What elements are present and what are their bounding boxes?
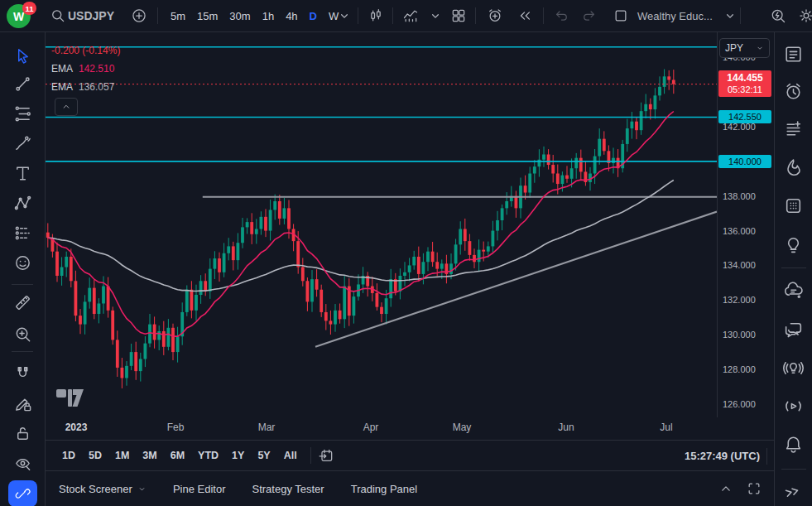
notifications-bell-icon[interactable]	[783, 434, 805, 455]
range-1y[interactable]: 1Y	[225, 446, 251, 465]
chart-area[interactable]: -0.200 (-0.14%) EMA 142.510 EMA 136.057	[46, 32, 717, 417]
minds-cloud-icon[interactable]	[783, 281, 805, 302]
panel-tab-strategy-tester[interactable]: Strategy Tester	[238, 483, 337, 495]
timeframe-5m[interactable]: 5m	[168, 8, 188, 24]
divider	[12, 284, 33, 285]
panel-tab-stock-screener[interactable]: Stock Screener	[46, 483, 160, 495]
symbol-search-icon[interactable]	[50, 0, 66, 31]
ema-slow-value: 136.057	[79, 81, 114, 93]
divider	[766, 448, 767, 465]
range-ytd[interactable]: YTD	[191, 446, 225, 465]
layout-chevron-icon[interactable]	[722, 0, 738, 31]
layout-grid-icon[interactable]	[450, 0, 467, 31]
redo-icon[interactable]	[581, 0, 598, 31]
clock[interactable]: 15:27:49 (UTC)	[685, 441, 760, 471]
currency-dropdown[interactable]: JPY	[719, 38, 770, 58]
timeframe-15m[interactable]: 15m	[195, 8, 220, 24]
panel-fullscreen-icon[interactable]	[746, 480, 762, 497]
link-tool-button[interactable]	[8, 480, 37, 506]
time-tick: Feb	[167, 422, 185, 433]
hide-drawings-tool-icon[interactable]	[13, 454, 33, 474]
emoji-tool-icon[interactable]	[13, 253, 33, 273]
alert-plus-icon[interactable]	[487, 0, 503, 31]
price-tick: 130.000	[723, 330, 756, 340]
watchlist-icon[interactable]	[783, 44, 805, 65]
timeframe-D[interactable]: D	[307, 8, 320, 24]
collapse-arrows-icon[interactable]	[783, 480, 805, 502]
panel-tab-pine-editor[interactable]: Pine Editor	[160, 483, 239, 495]
tradingview-watermark	[56, 389, 84, 407]
divider	[157, 7, 158, 24]
undo-icon[interactable]	[553, 0, 569, 31]
ema-slow-legend[interactable]: EMA 136.057	[51, 78, 120, 96]
add-symbol-icon[interactable]	[131, 0, 147, 31]
range-all[interactable]: All	[277, 446, 304, 465]
replay-icon[interactable]	[517, 0, 533, 31]
divider	[781, 469, 806, 470]
symbol-change: -0.200 (-0.14%)	[51, 45, 120, 56]
panel-tab-trading-panel[interactable]: Trading Panel	[338, 483, 430, 495]
trend-line-tool-icon[interactable]	[13, 75, 33, 94]
text-tool-icon[interactable]	[13, 164, 33, 184]
chevron-down-icon	[756, 44, 764, 52]
range-1d[interactable]: 1D	[55, 446, 82, 465]
panel-expand-icon[interactable]	[718, 480, 734, 497]
cursor-tool-icon[interactable]	[13, 46, 33, 66]
price-tick: 136.000	[723, 226, 756, 236]
time-axis[interactable]: 2023FebMarAprMayJunJul	[46, 417, 774, 440]
bottom-panel-bar: Stock ScreenerPine EditorStrategy Tester…	[46, 470, 774, 506]
range-5d[interactable]: 5D	[82, 446, 108, 465]
lock-all-drawings-tool-icon[interactable]	[13, 424, 33, 444]
zoom-in-tool-icon[interactable]	[13, 325, 33, 345]
time-tick: 2023	[65, 422, 88, 433]
timeframe-30m[interactable]: 30m	[227, 8, 252, 24]
range-1m[interactable]: 1M	[108, 446, 136, 465]
xabcd-pattern-tool-icon[interactable]	[13, 194, 33, 214]
candlestick-chart[interactable]	[46, 32, 717, 417]
ruler-tool-icon[interactable]	[13, 293, 33, 313]
price-tick: 138.000	[723, 191, 756, 201]
divider	[310, 447, 311, 464]
right-sidebar	[774, 32, 812, 506]
legend-collapse-button[interactable]	[55, 98, 78, 116]
chart-legend: -0.200 (-0.14%) EMA 142.510 EMA 136.057	[51, 41, 120, 96]
streams-icon[interactable]	[783, 396, 805, 417]
symbol-search-button[interactable]: USDJPY	[68, 0, 114, 31]
time-tick: Mar	[258, 422, 276, 433]
candles-style-icon[interactable]	[368, 0, 384, 31]
chat-icon[interactable]	[783, 320, 805, 341]
drawing-mode-lock-tool-icon[interactable]	[13, 394, 33, 414]
divider	[543, 7, 544, 24]
magnet-tool-icon[interactable]	[13, 364, 33, 384]
divider	[475, 7, 476, 24]
notification-badge: 11	[22, 2, 36, 15]
ema-fast-value: 142.510	[79, 63, 114, 75]
data-window-icon[interactable]	[783, 195, 805, 217]
divider	[12, 351, 33, 352]
indicators-icon[interactable]	[402, 0, 419, 31]
range-6m[interactable]: 6M	[164, 446, 191, 465]
go-to-date-icon[interactable]	[318, 447, 334, 464]
live-ideas-icon[interactable]	[783, 358, 805, 379]
layout-name-button[interactable]: Wealthy Educ...	[637, 0, 713, 31]
brush-tool-icon[interactable]	[13, 134, 33, 154]
price-tick: 128.000	[723, 364, 756, 374]
notes-icon[interactable]	[783, 119, 805, 141]
fib-retracement-tool-icon[interactable]	[13, 104, 33, 124]
range-5y[interactable]: 5Y	[251, 446, 276, 465]
hotlists-flame-icon[interactable]	[783, 157, 805, 179]
settings-gear-icon[interactable]	[798, 0, 812, 31]
last-price-label: 144.455 05:32:11	[718, 70, 771, 97]
range-3m[interactable]: 3M	[136, 446, 163, 465]
quick-search-icon[interactable]	[770, 0, 786, 31]
price-scale[interactable]: 146.000142.000138.000136.000134.000132.0…	[717, 32, 774, 417]
alerts-clock-icon[interactable]	[783, 81, 805, 103]
timeframe-1h[interactable]: 1h	[260, 8, 276, 24]
timeframe-4h[interactable]: 4h	[283, 8, 300, 24]
ideas-bulb-icon[interactable]	[783, 234, 805, 256]
timeframe-chevron-icon[interactable]	[336, 0, 353, 31]
ema-fast-legend[interactable]: EMA 142.510	[51, 60, 120, 78]
layout-square-icon[interactable]	[613, 0, 629, 31]
indicators-chevron-icon[interactable]	[427, 0, 444, 31]
forecast-tool-icon[interactable]	[13, 224, 33, 243]
